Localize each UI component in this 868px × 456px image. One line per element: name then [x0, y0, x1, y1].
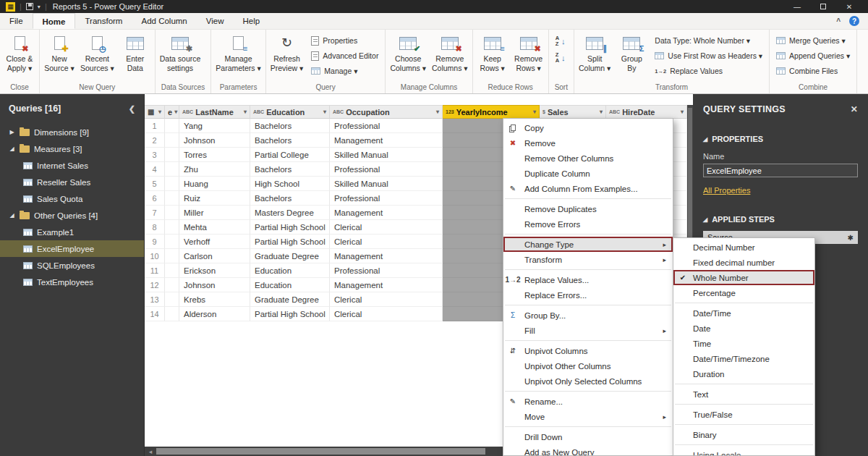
row-number[interactable]: 5 — [145, 177, 165, 191]
cell-education[interactable]: Partial High School — [250, 235, 330, 249]
manage-button[interactable]: Manage ▾ — [307, 64, 382, 77]
row-number[interactable]: 3 — [145, 148, 165, 162]
sidebar-item-textemployees[interactable]: TextEmployees — [0, 274, 144, 290]
row-number[interactable]: 8 — [145, 220, 165, 235]
cell-lastname[interactable]: Zhu — [179, 162, 250, 177]
submenu-item-using-locale[interactable]: Using Locale... — [673, 447, 814, 456]
save-dropdown-caret-icon[interactable]: ▾ — [38, 4, 41, 10]
tab-add-column[interactable]: Add Column — [132, 13, 196, 29]
submenu-item-binary[interactable]: Binary — [673, 427, 814, 442]
choose-columns-button[interactable]: ✔ Choose Columns ▾ — [387, 31, 429, 83]
merge-queries-button[interactable]: Merge Queries ▾ — [773, 34, 854, 47]
row-number[interactable]: 14 — [145, 307, 165, 321]
row-number[interactable]: 9 — [145, 235, 165, 249]
row-number[interactable]: 2 — [145, 133, 165, 148]
cell-occupation[interactable]: Management — [330, 278, 443, 292]
cell-occupation[interactable]: Professional — [330, 162, 443, 177]
submenu-item-whole-number[interactable]: ✔Whole Number — [673, 270, 814, 285]
submenu-item-date[interactable]: Date — [673, 321, 814, 336]
menu-item-unpivot-only-selected[interactable]: Unpivot Only Selected Columns — [503, 373, 673, 389]
properties-button[interactable]: Properties — [307, 34, 382, 47]
remove-columns-button[interactable]: ✖ Remove Columns ▾ — [429, 31, 471, 83]
sidebar-item-dimensions[interactable]: ▶ Dimensions [9] — [0, 124, 144, 140]
submenu-item-duration[interactable]: Duration — [673, 366, 814, 381]
cell-occupation[interactable]: Skilled Manual — [330, 177, 443, 191]
cell-occupation[interactable]: Clerical — [330, 292, 443, 307]
filter-caret-icon[interactable]: ▾ — [174, 109, 177, 115]
recent-sources-button[interactable]: ◷ Recent Sources ▾ — [77, 31, 117, 83]
cell[interactable] — [165, 133, 179, 148]
menu-item-remove[interactable]: ✖Remove — [503, 135, 673, 151]
data-source-settings-button[interactable]: ✱ Data source settings — [157, 31, 204, 83]
submenu-item-percentage[interactable]: Percentage — [673, 285, 814, 300]
menu-item-add-as-new-query[interactable]: Add as New Query — [503, 444, 673, 456]
row-number[interactable]: 11 — [145, 263, 165, 278]
submenu-item-decimal-number[interactable]: Decimal Number — [673, 240, 814, 255]
row-number[interactable]: 12 — [145, 278, 165, 292]
cell[interactable] — [165, 263, 179, 278]
cell[interactable] — [165, 191, 179, 206]
column-header-e[interactable]: e▾ — [165, 105, 179, 119]
cell-lastname[interactable]: Mehta — [179, 220, 250, 235]
sort-descending-button[interactable]: ZA ↓ — [552, 51, 569, 65]
close-button[interactable]: ✕ — [836, 0, 862, 13]
filter-caret-icon[interactable]: ▾ — [600, 109, 603, 115]
row-number[interactable]: 4 — [145, 162, 165, 177]
name-input[interactable] — [703, 164, 858, 177]
group-by-button[interactable]: Σ Group By — [613, 31, 650, 83]
replace-values-button[interactable]: 1→2 Replace Values — [651, 64, 766, 77]
remove-rows-button[interactable]: ✖ Remove Rows ▾ — [511, 31, 547, 83]
cell[interactable] — [165, 220, 179, 235]
row-number[interactable]: 10 — [145, 249, 165, 263]
menu-item-copy[interactable]: Copy — [503, 120, 673, 135]
menu-item-transform[interactable]: Transform▸ — [503, 252, 673, 267]
sidebar-item-sqlemployees[interactable]: SQLEmployees — [0, 257, 144, 274]
row-number[interactable]: 13 — [145, 292, 165, 307]
cell-lastname[interactable]: Torres — [179, 148, 250, 162]
cell[interactable] — [165, 162, 179, 177]
cell-education[interactable]: Bachelors — [250, 162, 330, 177]
cell-lastname[interactable]: Johnson — [179, 133, 250, 148]
cell-education[interactable]: High School — [250, 177, 330, 191]
advanced-editor-button[interactable]: Advanced Editor — [307, 49, 382, 62]
select-all-corner[interactable]: ▦▾ — [145, 105, 165, 119]
cell-lastname[interactable]: Verhoff — [179, 235, 250, 249]
menu-item-unpivot-other-columns[interactable]: Unpivot Other Columns — [503, 358, 673, 373]
cell-occupation[interactable]: Professional — [330, 119, 443, 133]
cell[interactable] — [165, 148, 179, 162]
row-number[interactable]: 6 — [145, 191, 165, 206]
sidebar-item-other-queries[interactable]: ◢ Other Queries [4] — [0, 207, 144, 224]
filter-caret-icon[interactable]: ▾ — [323, 109, 326, 115]
sidebar-item-sales-quota[interactable]: Sales Quota — [0, 190, 144, 207]
cell-education[interactable]: Bachelors — [250, 119, 330, 133]
save-icon[interactable] — [26, 3, 33, 10]
cell-education[interactable]: Education — [250, 263, 330, 278]
column-header-occupation[interactable]: ABCOccupation▾ — [330, 105, 443, 119]
collapse-ribbon-icon[interactable]: ^ — [836, 17, 841, 25]
maximize-button[interactable] — [810, 0, 836, 13]
cell[interactable] — [165, 177, 179, 191]
submenu-item-date-time[interactable]: Date/Time — [673, 305, 814, 321]
row-number[interactable]: 1 — [145, 119, 165, 133]
manage-parameters-button[interactable]: ≡ Manage Parameters ▾ — [213, 31, 263, 83]
menu-item-fill[interactable]: Fill▸ — [503, 323, 673, 338]
cell-lastname[interactable]: Huang — [179, 177, 250, 191]
new-source-button[interactable]: ✚ New Source ▾ — [41, 31, 77, 83]
sidebar-item-reseller-sales[interactable]: Reseller Sales — [0, 174, 144, 190]
cell-education[interactable]: Partial High School — [250, 307, 330, 321]
menu-item-remove-other-columns[interactable]: Remove Other Columns — [503, 151, 673, 166]
sort-ascending-button[interactable]: AZ ↓ — [552, 34, 569, 48]
tab-transform[interactable]: Transform — [75, 13, 132, 29]
combine-files-button[interactable]: Combine Files — [773, 64, 854, 77]
cell-occupation[interactable]: Management — [330, 249, 443, 263]
cell-lastname[interactable]: Carlson — [179, 249, 250, 263]
tab-home[interactable]: Home — [33, 13, 76, 29]
menu-item-replace-values[interactable]: 1→2Replace Values... — [503, 272, 673, 287]
step-settings-gear-icon[interactable]: ✱ — [848, 234, 854, 242]
submenu-item-date-time-timezone[interactable]: Date/Time/Timezone — [673, 351, 814, 366]
scroll-left-icon[interactable]: ◂ — [145, 448, 156, 455]
menu-item-remove-errors[interactable]: Remove Errors — [503, 216, 673, 232]
cell-lastname[interactable]: Yang — [179, 119, 250, 133]
cell-lastname[interactable]: Krebs — [179, 292, 250, 307]
append-queries-button[interactable]: Append Queries ▾ — [773, 49, 854, 62]
